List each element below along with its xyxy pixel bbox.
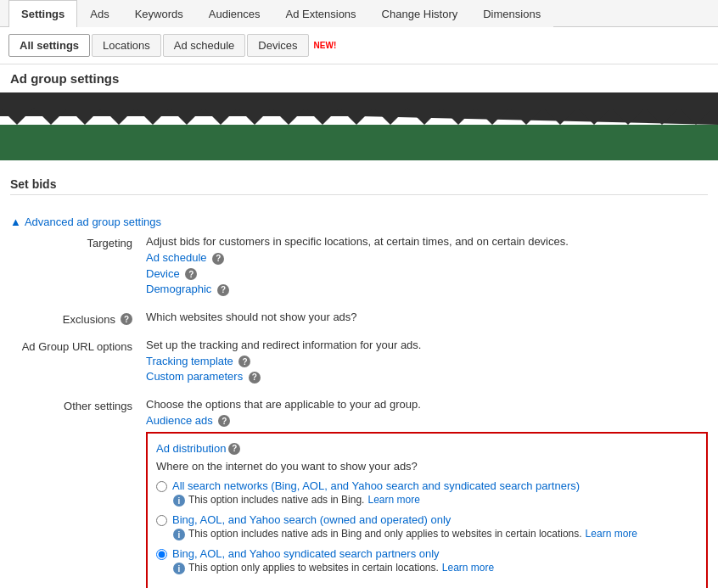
subtab-devices[interactable]: Devices: [247, 34, 308, 57]
exclusions-description: Which websites should not show your ads?: [146, 311, 708, 323]
ad-dist-option-2-info: i This option includes native ads in Bin…: [173, 528, 698, 540]
ad-group-url-label: Ad Group URL options: [10, 339, 146, 386]
tab-change-history[interactable]: Change History: [369, 0, 471, 27]
targeting-row: Targeting Adjust bids for customers in s…: [10, 235, 708, 299]
tab-ad-extensions[interactable]: Ad Extensions: [273, 0, 369, 27]
device-link[interactable]: Device: [146, 267, 180, 280]
tab-keywords[interactable]: Keywords: [122, 0, 196, 27]
ad-dist-option-2-learn-more[interactable]: Learn more: [586, 528, 637, 540]
exclusions-content: Which websites should not show your ads?: [146, 311, 708, 327]
set-bids-title: Set bids: [10, 177, 708, 191]
ad-dist-option-3-label: Bing, AOL, and Yahoo syndicated search p…: [172, 547, 440, 560]
tracking-template-link[interactable]: Tracking template: [146, 355, 233, 367]
demographic-link[interactable]: Demographic: [146, 283, 211, 295]
audience-ads-link[interactable]: Audience ads: [146, 414, 213, 427]
top-navigation: Settings Ads Keywords Audiences Ad Exten…: [0, 0, 718, 27]
ad-dist-radio-3[interactable]: [156, 549, 167, 560]
advanced-toggle-label: Advanced ad group settings: [25, 216, 161, 228]
page-title: Ad group settings: [0, 64, 718, 92]
other-settings-row: Other settings Choose the options that a…: [10, 398, 708, 588]
ad-dist-option-1: All search networks (Bing, AOL, and Yaho…: [156, 479, 698, 507]
ad-dist-option-3-learn-more[interactable]: Learn more: [442, 562, 494, 574]
ad-dist-option-1-label: All search networks (Bing, AOL, and Yaho…: [172, 479, 580, 492]
other-settings-content: Choose the options that are applicable t…: [146, 398, 708, 588]
audience-ads-help-icon[interactable]: ?: [218, 415, 230, 427]
ad-dist-option-1-info-text: This option includes native ads in Bing.: [188, 494, 364, 506]
ad-distribution-question: Where on the internet do you want to sho…: [156, 460, 698, 473]
device-help-icon[interactable]: ?: [185, 268, 197, 280]
subtab-locations[interactable]: Locations: [92, 34, 161, 57]
other-settings-description: Choose the options that are applicable t…: [146, 398, 708, 411]
custom-parameters-link[interactable]: Custom parameters: [146, 370, 243, 383]
tab-dimensions[interactable]: Dimensions: [470, 0, 553, 27]
ad-dist-radio-1[interactable]: [156, 481, 167, 492]
ad-dist-radio-2[interactable]: [156, 515, 167, 526]
chevron-up-icon: ▲: [10, 216, 21, 228]
targeting-description: Adjust bids for customers in specific lo…: [146, 235, 708, 248]
targeting-content: Adjust bids for customers in specific lo…: [146, 235, 708, 299]
info-icon-3: i: [173, 563, 185, 574]
ad-dist-option-2-label: Bing, AOL, and Yahoo search (owned and o…: [172, 513, 451, 526]
banner-decoration: [0, 92, 718, 160]
ad-schedule-help-icon[interactable]: ?: [212, 253, 224, 265]
info-icon-1: i: [173, 495, 185, 507]
advanced-toggle[interactable]: ▲ Advanced ad group settings: [0, 212, 718, 232]
ad-distribution-link[interactable]: Ad distribution: [156, 442, 226, 455]
ad-dist-option-2-info-text: This option includes native ads in Bing …: [188, 528, 582, 540]
subtab-ad-schedule[interactable]: Ad schedule: [163, 34, 246, 57]
ad-dist-option-1-info: i This option includes native ads in Bin…: [173, 494, 698, 507]
custom-parameters-help-icon[interactable]: ?: [249, 372, 261, 384]
demographic-help-icon[interactable]: ?: [217, 284, 229, 296]
ad-distribution-header: Ad distribution ?: [156, 442, 698, 455]
exclusions-label: Exclusions ?: [10, 311, 146, 327]
sub-navigation: All settings Locations Ad schedule Devic…: [0, 27, 718, 64]
settings-table: Targeting Adjust bids for customers in s…: [0, 232, 718, 588]
ad-dist-option-2: Bing, AOL, and Yahoo search (owned and o…: [156, 513, 698, 540]
info-icon-2: i: [173, 529, 185, 540]
ad-dist-option-3-info-text: This option only applies to websites in …: [188, 562, 439, 574]
ad-dist-option-3: Bing, AOL, and Yahoo syndicated search p…: [156, 547, 698, 574]
new-badge: NEW!: [314, 41, 337, 50]
ad-distribution-help-icon[interactable]: ?: [228, 443, 240, 455]
section-divider: [10, 194, 708, 195]
tab-audiences[interactable]: Audiences: [196, 0, 273, 27]
ad-schedule-link[interactable]: Ad schedule: [146, 251, 207, 264]
ad-group-url-row: Ad Group URL options Set up the tracking…: [10, 339, 708, 386]
ad-group-url-description: Set up the tracking and redirect informa…: [146, 339, 708, 351]
ad-group-url-content: Set up the tracking and redirect informa…: [146, 339, 708, 386]
ad-dist-option-1-learn-more[interactable]: Learn more: [367, 494, 419, 506]
tab-ads[interactable]: Ads: [77, 0, 121, 27]
ad-distribution-box: Ad distribution ? Where on the internet …: [146, 432, 708, 588]
tab-settings[interactable]: Settings: [8, 0, 77, 27]
ad-dist-option-3-info: i This option only applies to websites i…: [173, 562, 698, 574]
exclusions-help-icon[interactable]: ?: [121, 313, 132, 325]
subtab-all-settings[interactable]: All settings: [8, 34, 90, 57]
tracking-template-help-icon[interactable]: ?: [238, 356, 250, 367]
set-bids-section: Set bids: [0, 169, 718, 212]
exclusions-row: Exclusions ? Which websites should not s…: [10, 311, 708, 327]
other-settings-label: Other settings: [10, 398, 146, 588]
targeting-label: Targeting: [10, 235, 146, 299]
